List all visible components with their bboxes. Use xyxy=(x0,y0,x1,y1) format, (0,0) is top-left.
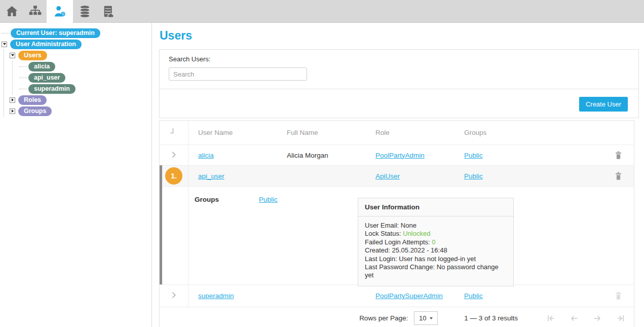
first-page-button[interactable] xyxy=(546,313,556,323)
app-body: Current User: superadmin User Administra… xyxy=(0,23,644,327)
user-administration-button[interactable] xyxy=(47,0,73,23)
rows-per-page-select[interactable]: 10 xyxy=(414,311,438,325)
tree-pill-current-user[interactable]: Current User: superadmin xyxy=(11,28,100,38)
delete-user-button[interactable] xyxy=(615,151,622,160)
tree-node-current-user: Current User: superadmin xyxy=(0,27,151,39)
results-count-text: 1 — 3 of 3 results xyxy=(464,314,518,322)
delete-user-button[interactable] xyxy=(615,172,622,180)
table-header-row: ┘ User Name Full Name Role Groups xyxy=(160,121,634,144)
annotation-step-badge: 1. xyxy=(165,167,182,185)
detail-group-link[interactable]: Public xyxy=(259,196,278,284)
sitemap-button[interactable] xyxy=(23,0,47,23)
delete-user-button-disabled xyxy=(615,292,622,300)
tree-pill-api-user[interactable]: api_user xyxy=(28,73,65,83)
actions-cell xyxy=(602,151,634,160)
tree-pill-superadmin[interactable]: superadmin xyxy=(28,84,75,94)
last-page-icon xyxy=(616,313,626,323)
user-name-cell: superadmin xyxy=(188,292,277,300)
user-link[interactable]: alicia xyxy=(198,152,214,159)
collapse-all-corner-icon[interactable]: ┘ xyxy=(160,121,188,144)
select-caret-icon xyxy=(430,317,433,319)
tree-node-alicia: alicia xyxy=(18,61,151,72)
tree-node-roles: Roles xyxy=(8,94,151,105)
pagination-controls xyxy=(546,313,626,323)
column-header-user-name: User Name xyxy=(188,129,277,136)
groups-cell: Public xyxy=(454,292,602,300)
role-link[interactable]: PoolPartySuperAdmin xyxy=(375,292,443,300)
tree-pill-groups[interactable]: Groups xyxy=(18,106,52,116)
collapse-toggle-icon[interactable] xyxy=(2,42,7,47)
tree-connector xyxy=(19,78,27,78)
tree-group-user-administration: Users alicia api_user superadmin xyxy=(4,50,151,117)
home-button[interactable] xyxy=(0,0,23,23)
role-cell: PoolPartyAdmin xyxy=(366,152,454,159)
info-line-email: User Email: None xyxy=(365,222,507,230)
top-toolbar xyxy=(0,0,644,23)
user-information-title: User Information xyxy=(358,198,513,216)
groups-cell: Public xyxy=(454,172,602,180)
last-page-button[interactable] xyxy=(616,313,626,323)
table-row-api-user: 1. api_user ApiUser Public xyxy=(160,165,634,186)
database-icon xyxy=(78,5,92,18)
tree-pill-users[interactable]: Users xyxy=(18,51,47,60)
expand-row-chevron-icon[interactable] xyxy=(169,290,178,301)
rows-per-page-value: 10 xyxy=(419,314,426,322)
admin-tree: Current User: superadmin User Administra… xyxy=(0,27,151,117)
table-row-alicia: alicia Alicia Morgan PoolPartyAdmin Publ… xyxy=(160,144,634,165)
info-line-lock-status: Lock Status: Unlocked xyxy=(365,230,507,238)
info-line-last-password-change: Last Password Change: No password change… xyxy=(365,263,507,280)
tree-pill-user-administration[interactable]: User Administration xyxy=(10,40,82,49)
group-link[interactable]: Public xyxy=(464,292,483,300)
detail-groups-label: Groups xyxy=(195,196,259,284)
home-icon xyxy=(5,5,19,18)
full-name-cell: Alicia Morgan xyxy=(277,152,366,159)
trash-icon xyxy=(615,151,622,160)
tree-group-users: alicia api_user superadmin xyxy=(12,61,151,94)
role-cell: PoolPartySuperAdmin xyxy=(366,292,454,300)
tree-connector xyxy=(19,89,27,89)
next-page-button[interactable] xyxy=(592,313,602,323)
actions-section: Create User xyxy=(160,89,638,118)
sitemap-icon xyxy=(28,5,42,18)
user-link[interactable]: superadmin xyxy=(198,292,234,300)
collapse-toggle-icon[interactable] xyxy=(10,53,15,58)
search-input[interactable] xyxy=(169,67,307,81)
actions-cell xyxy=(602,292,634,300)
expand-toggle-icon[interactable] xyxy=(10,97,15,103)
row-expand-cell xyxy=(160,285,188,307)
previous-page-icon xyxy=(569,313,579,323)
create-user-button[interactable]: Create User xyxy=(579,97,628,112)
server-backup-icon xyxy=(101,5,115,18)
tree-connector xyxy=(19,66,27,67)
groups-cell: Public xyxy=(454,152,602,159)
row-expand-cell xyxy=(160,145,188,165)
user-information-body: User Email: None Lock Status: Unlocked F… xyxy=(358,216,513,286)
navigation-sidebar: Current User: superadmin User Administra… xyxy=(0,23,152,327)
next-page-icon xyxy=(592,313,602,323)
column-header-role: Role xyxy=(366,129,454,136)
tree-pill-alicia[interactable]: alicia xyxy=(28,62,55,71)
role-cell: ApiUser xyxy=(366,172,454,180)
group-link[interactable]: Public xyxy=(464,152,483,159)
trash-icon xyxy=(615,172,622,180)
first-page-icon xyxy=(546,313,556,323)
database-button[interactable] xyxy=(73,0,96,23)
tree-node-user-administration: User Administration xyxy=(0,39,151,50)
role-link[interactable]: ApiUser xyxy=(375,172,400,180)
detail-spacer-cell xyxy=(160,187,188,284)
role-link[interactable]: PoolPartyAdmin xyxy=(375,152,425,159)
expand-row-chevron-icon[interactable] xyxy=(169,150,178,161)
group-link[interactable]: Public xyxy=(464,172,483,180)
info-line-failed-attempts: Failed Login Attempts: 0 xyxy=(365,238,507,246)
tree-node-users: Users xyxy=(8,50,151,61)
user-settings-icon xyxy=(53,5,67,18)
table-footer: Rows per Page: 10 1 — 3 of 3 results xyxy=(160,307,634,327)
tree-pill-roles[interactable]: Roles xyxy=(18,95,47,105)
user-name-cell: api_user xyxy=(188,172,277,180)
user-link[interactable]: api_user xyxy=(198,172,224,180)
previous-page-button[interactable] xyxy=(569,313,579,323)
server-backup-button[interactable] xyxy=(96,0,120,23)
column-header-groups: Groups xyxy=(454,129,602,136)
search-section: Search Users: xyxy=(160,50,638,89)
expand-toggle-icon[interactable] xyxy=(10,108,15,114)
